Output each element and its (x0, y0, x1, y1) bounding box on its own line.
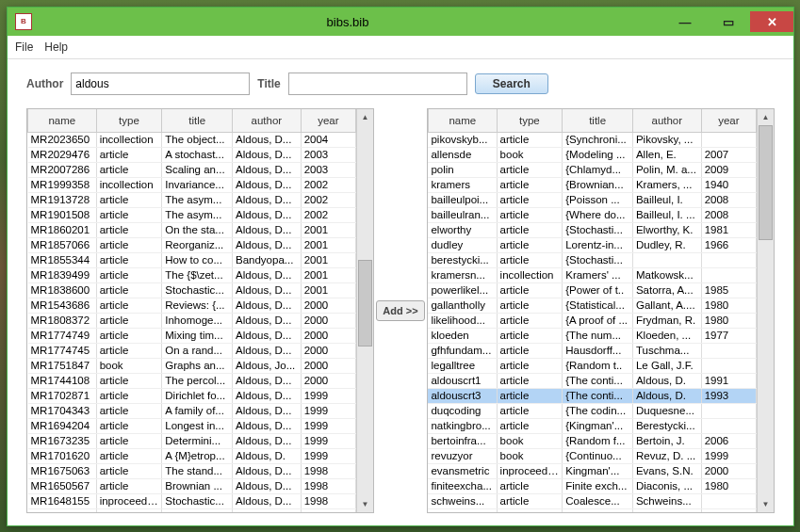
column-header-year[interactable]: year (301, 109, 355, 133)
table-row[interactable]: MR2023650incollectionThe object...Aldous… (28, 133, 356, 148)
table-row[interactable]: polinarticle{Chlamyd...Polin, M. a...200… (428, 163, 756, 178)
window-title: bibs.bib (32, 15, 663, 29)
menu-help[interactable]: Help (44, 40, 68, 54)
table-row[interactable]: duqcodingarticle{The codin...Duquesne... (428, 404, 756, 419)
left-scrollbar[interactable]: ▲ ▼ (356, 109, 373, 512)
column-header-year[interactable]: year (701, 109, 756, 133)
column-header-author[interactable]: author (233, 109, 302, 133)
table-row[interactable]: MR1855344articleHow to co...Bandyopa...2… (28, 253, 356, 268)
table-row[interactable]: MR1694204articleLongest in...Aldous, D..… (28, 419, 356, 434)
table-row[interactable]: aldouscrt1article{The conti...Aldous, D.… (428, 374, 756, 389)
table-row[interactable]: MR2007286articleScaling an...Aldous, D..… (28, 163, 356, 178)
table-row[interactable]: MR1913728articleThe asym...Aldous, D...2… (28, 193, 356, 208)
table-row[interactable]: MR1857066articleReorganiz...Aldous, D...… (28, 238, 356, 253)
menubar: File Help (8, 36, 793, 59)
close-button[interactable]: ✕ (750, 11, 793, 32)
column-header-title[interactable]: title (563, 109, 633, 133)
table-row[interactable]: kloedenarticle{The num...Kloeden, ...197… (428, 329, 756, 344)
right-scrollbar[interactable]: ▲ ▼ (757, 109, 774, 512)
minimize-button[interactable]: — (663, 11, 707, 32)
table-row[interactable]: MR1641670articleTree-value...Aldous, D..… (28, 509, 356, 513)
table-row[interactable]: MR1673235articleDetermini...Aldous, D...… (28, 434, 356, 449)
column-header-author[interactable]: author (632, 109, 701, 133)
titlebar[interactable]: B bibs.bib — ▭ ✕ (8, 8, 793, 36)
right-table: nametypetitleauthoryear pikovskyb...arti… (427, 108, 775, 513)
table-row[interactable]: gallanthollyarticle{Statistical...Gallan… (428, 298, 756, 314)
scroll-down-icon[interactable]: ▼ (758, 496, 774, 512)
menu-file[interactable]: File (15, 40, 33, 54)
table-row[interactable]: MR2029476articleA stochast...Aldous, D..… (28, 148, 356, 163)
scroll-down-icon[interactable]: ▼ (357, 496, 373, 512)
table-row[interactable]: schweins...articleCoalesce...Schweins... (428, 494, 756, 509)
table-row[interactable]: kramersn...incollectionKramers' ...Matko… (428, 268, 756, 283)
table-row[interactable]: MR1543686articleReviews: {...Aldous, D..… (28, 298, 356, 314)
author-input[interactable] (71, 73, 250, 95)
table-row[interactable]: natkingbro...article{Kingman'...Berestyc… (428, 419, 756, 434)
table-row[interactable]: allensdebook{Modeling ...Allen, E.2007 (428, 148, 756, 163)
table-row[interactable]: bertoinfra...book{Random f...Bertoin, J.… (428, 434, 756, 449)
table-row[interactable]: MR1999358incollectionInvariance...Aldous… (28, 178, 356, 193)
column-header-title[interactable]: title (162, 109, 233, 133)
table-row[interactable]: MR1650567articleBrownian ...Aldous, D...… (28, 479, 356, 494)
app-icon: B (15, 13, 32, 30)
table-row[interactable]: MR1675063articleThe stand...Aldous, D...… (28, 464, 356, 479)
add-button[interactable]: Add >> (376, 300, 424, 321)
column-header-type[interactable]: type (497, 109, 563, 133)
table-row[interactable]: MR1704343articleA family of...Aldous, D.… (28, 404, 356, 419)
table-row[interactable]: MR1901508articleThe asym...Aldous, D...2… (28, 208, 356, 223)
column-header-name[interactable]: name (428, 109, 497, 133)
table-row[interactable]: bailleulran...article{Where do...Bailleu… (428, 208, 756, 223)
column-header-type[interactable]: type (96, 109, 162, 133)
table-row[interactable]: MR1648155inproceedi...Stochastic...Aldou… (28, 494, 356, 509)
table-row[interactable]: powerlikel...article{Power of t..Satorra… (428, 283, 756, 298)
scroll-up-icon[interactable]: ▲ (357, 109, 373, 125)
table-row[interactable]: evansmetricinproceedi...Kingman'...Evans… (428, 464, 756, 479)
table-row[interactable]: MR1751847bookGraphs an...Aldous, Jo...20… (28, 359, 356, 374)
table-row[interactable]: legalltreearticle{Random t..Le Gall, J.F… (428, 359, 756, 374)
table-row[interactable]: MR1702871articleDirichlet fo...Aldous, D… (28, 389, 356, 404)
title-label: Title (257, 77, 280, 90)
table-row[interactable]: bailleulpoi...article{Poisson ...Bailleu… (428, 193, 756, 208)
scroll-thumb[interactable] (759, 125, 773, 240)
table-row[interactable]: revuzyorbook{Continuo...Revuz, D. ...199… (428, 449, 756, 464)
table-row[interactable]: MR1808372articleInhomoge...Aldous, D...2… (28, 314, 356, 329)
search-row: Author Title Search (8, 59, 793, 108)
column-header-name[interactable]: name (28, 109, 97, 133)
search-button[interactable]: Search (475, 73, 548, 94)
scroll-thumb[interactable] (358, 260, 372, 347)
author-label: Author (26, 77, 63, 90)
table-row[interactable]: MR1744108articleThe percol...Aldous, D..… (28, 374, 356, 389)
table-row[interactable]: kramersarticle{Brownian...Kramers, ...19… (428, 178, 756, 193)
table-row[interactable]: MR1701620articleA {M}etrop...Aldous, D.1… (28, 449, 356, 464)
left-table: nametypetitleauthoryear MR2023650incolle… (26, 108, 374, 513)
title-input[interactable] (288, 73, 467, 95)
maximize-button[interactable]: ▭ (707, 11, 750, 32)
table-row[interactable]: MR1838600articleStochastic...Aldous, D..… (28, 283, 356, 298)
table-row[interactable]: finiteexcha...articleFinite exch...Diaco… (428, 479, 756, 494)
table-row[interactable]: likelihood...article{A proof of ...Frydm… (428, 314, 756, 329)
table-row[interactable]: MR1774749articleMixing tim...Aldous, D..… (28, 329, 356, 344)
table-row[interactable]: elworthyarticle{Stochasti...Elworthy, K.… (428, 223, 756, 238)
table-row[interactable]: aldouscrt3article{The conti...Aldous, D.… (428, 389, 756, 404)
table-row[interactable]: MR1860201articleOn the sta...Aldous, D..… (28, 223, 356, 238)
table-row[interactable]: MR1839499articleThe {$\zet...Aldous, D..… (28, 268, 356, 283)
table-row[interactable]: dudleyarticleLorentz-in...Dudley, R.1966 (428, 238, 756, 253)
table-row[interactable]: MR1774745articleOn a rand...Aldous, D...… (28, 344, 356, 359)
window: B bibs.bib — ▭ ✕ File Help Author Title … (7, 7, 794, 526)
scroll-up-icon[interactable]: ▲ (758, 109, 774, 125)
table-row[interactable]: pikovskyb...article{Synchroni...Pikovsky… (428, 133, 756, 148)
table-row[interactable]: gfhfundam...articleHausdorff...Tuschma..… (428, 344, 756, 359)
table-row[interactable]: berestycki...articleBeta-coal...Berestyc… (428, 509, 756, 513)
table-row[interactable]: berestycki...article{Stochasti... (428, 253, 756, 268)
